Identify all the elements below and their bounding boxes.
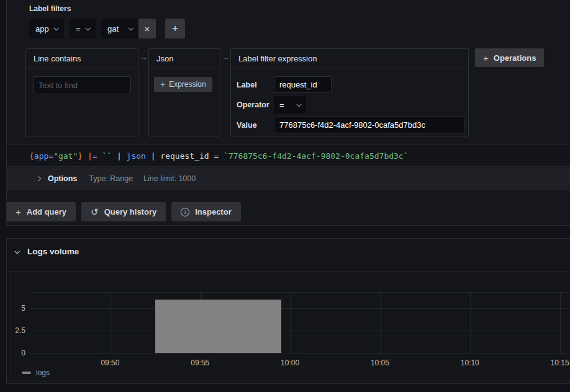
query-token: =	[48, 151, 53, 161]
volume-bar	[155, 300, 281, 353]
label-field-row: Label	[237, 76, 468, 93]
add-expression-button[interactable]: + Expression	[154, 77, 212, 92]
chevron-right-icon	[36, 176, 41, 181]
operator-field-select[interactable]: =	[274, 96, 306, 114]
operation-title: Label filter expression	[238, 54, 317, 63]
operator-field-value: =	[279, 100, 284, 110]
operation-header[interactable]: Label filter expression	[231, 49, 468, 68]
pipeline-arrow-icon: →	[220, 53, 230, 62]
pipeline-arrow-icon: →	[138, 53, 148, 62]
label-operator-select[interactable]: =	[70, 19, 96, 38]
explore-toolbar: + Add query ↺ Query history i Inspector	[6, 202, 241, 221]
query-token: request_id =	[160, 151, 224, 161]
gridline-vertical	[290, 292, 291, 353]
add-query-label: Add query	[27, 207, 66, 216]
legend-series-swatch	[22, 372, 31, 374]
gridline-horizontal	[31, 308, 570, 309]
logs-volume-plot[interactable]	[31, 292, 570, 353]
options-label: Options	[48, 174, 77, 183]
label-value-select[interactable]: gat	[101, 19, 138, 38]
label-select-value: app	[35, 24, 49, 33]
operation-header[interactable]: Json	[149, 49, 220, 68]
logs-volume-title: Logs volume	[27, 247, 79, 256]
operations-button-label: Operations	[494, 53, 536, 63]
query-token: |	[146, 151, 160, 161]
query-history-button[interactable]: ↺ Query history	[81, 202, 166, 221]
x-axis-tick-label: 10:10	[461, 359, 479, 367]
x-axis-tick-label: 10:00	[281, 359, 299, 367]
gridline-vertical	[470, 292, 471, 353]
query-token: ``	[102, 151, 112, 161]
operation-body: + Expression	[149, 68, 220, 100]
x-axis-tick-label: 10:05	[371, 359, 389, 367]
options-line-limit: Line limit: 1000	[143, 174, 196, 183]
label-value-value: gat	[107, 24, 119, 33]
logs-volume-header[interactable]: Logs volume	[15, 247, 79, 256]
x-axis-tick-label: 09:50	[101, 359, 119, 367]
query-token: |	[112, 151, 126, 161]
operation-header[interactable]: Line contains	[26, 49, 138, 68]
logs-volume-chart: logs 02.5509:5009:5510:0010:0510:1010:15	[11, 271, 570, 381]
query-history-label: Query history	[104, 207, 157, 216]
plus-icon: +	[483, 53, 489, 63]
chevron-down-icon	[128, 25, 133, 30]
gridline-horizontal	[31, 292, 570, 293]
label-filters-title: Label filters	[29, 4, 71, 13]
value-field-input[interactable]	[274, 117, 464, 133]
x-axis-tick-label: 09:55	[191, 359, 209, 367]
logs-volume-legend[interactable]: logs	[22, 368, 50, 377]
query-token: {	[29, 151, 34, 161]
y-axis-tick-label: 5	[21, 304, 25, 313]
info-icon: i	[181, 208, 189, 216]
operations-pipeline: Line contains → Json + Expression → Labe…	[25, 48, 469, 136]
operator-field-label: Operator	[237, 100, 274, 109]
query-editor-section: Label filters app = gat × + Line contain…	[6, 0, 570, 226]
operator-field-row: Operator =	[237, 96, 468, 114]
label-operator-value: =	[76, 24, 81, 33]
add-label-filter-button[interactable]: +	[165, 19, 185, 38]
operation-line-contains: Line contains	[25, 48, 138, 136]
query-options-row[interactable]: Options Type: Range Line limit: 1000	[7, 167, 570, 190]
query-token: }	[78, 151, 83, 161]
label-filter-row: app = gat × +	[29, 19, 185, 38]
close-icon: ×	[145, 24, 150, 34]
operation-label-filter-expression: Label filter expression Label Operator =…	[230, 48, 469, 136]
add-operations-button[interactable]: + Operations	[475, 48, 544, 67]
chevron-down-icon	[85, 25, 90, 30]
query-code-text: {app="gat"} |= `` | json | request_id = …	[29, 151, 409, 161]
x-axis-tick-label: 10:15	[551, 359, 569, 367]
value-field-label: Value	[237, 121, 274, 130]
query-token: "gat"	[53, 151, 78, 161]
history-icon: ↺	[91, 207, 99, 218]
logs-volume-section: Logs volume logs 02.5509:5009:5510:0010:…	[6, 238, 570, 384]
label-select[interactable]: app	[29, 19, 64, 38]
plus-icon: +	[16, 207, 21, 217]
inspector-label: Inspector	[195, 207, 232, 216]
operation-title: Line contains	[34, 54, 81, 63]
chevron-down-icon	[14, 249, 19, 254]
gridline-horizontal	[31, 331, 570, 331]
y-axis-tick-label: 2.5	[15, 326, 25, 335]
gridline-vertical	[110, 292, 111, 353]
query-token: json	[127, 151, 146, 161]
gridline-horizontal	[31, 353, 570, 354]
label-field-label: Label	[237, 81, 274, 89]
add-expression-label: Expression	[169, 80, 206, 89]
chevron-down-icon	[53, 25, 58, 30]
query-token: `776875c6-f4d2-4acf-9802-0cafa5d7bd3c`	[224, 151, 408, 161]
inspector-button[interactable]: i Inspector	[171, 202, 241, 221]
y-axis-tick-label: 0	[21, 349, 25, 357]
value-field-row: Value	[237, 117, 468, 133]
options-type: Type: Range	[89, 174, 133, 183]
add-query-button[interactable]: + Add query	[6, 202, 76, 221]
label-field-input[interactable]	[274, 76, 332, 93]
line-contains-input[interactable]	[33, 76, 131, 94]
legend-series-name: logs	[36, 368, 50, 377]
gridline-vertical	[560, 292, 561, 353]
query-token	[83, 151, 88, 161]
operation-json: Json + Expression	[148, 48, 220, 136]
operation-body: Label Operator = Value	[231, 68, 468, 133]
remove-label-filter-button[interactable]: ×	[138, 19, 156, 38]
gridline-vertical	[380, 292, 381, 353]
raw-query-preview[interactable]: {app="gat"} |= `` | json | request_id = …	[7, 145, 570, 167]
